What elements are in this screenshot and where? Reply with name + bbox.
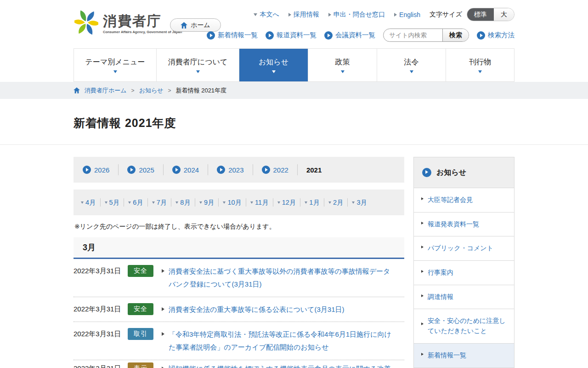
year-tabs: 2026 2025 2024 2023 2022 2 bbox=[74, 157, 404, 183]
press-materials-link[interactable]: 報道資料一覧 bbox=[266, 31, 317, 40]
chevron-down-icon bbox=[328, 201, 331, 204]
month-7-link[interactable]: 7月 bbox=[152, 198, 167, 207]
nav-laws[interactable]: 法令 bbox=[377, 49, 446, 81]
font-size-large-button[interactable]: 大 bbox=[494, 8, 514, 21]
english-link[interactable]: English bbox=[394, 11, 420, 18]
breadcrumb-news-link[interactable]: お知らせ bbox=[139, 86, 164, 95]
agency-name-english: Consumer Affairs Agency, Government of J… bbox=[103, 30, 182, 34]
month-section-header: 3月 bbox=[74, 237, 404, 259]
divider bbox=[300, 198, 300, 207]
month-12-link[interactable]: 12月 bbox=[277, 198, 296, 207]
breadcrumb-home-link[interactable]: 消費者庁ホーム bbox=[85, 86, 127, 95]
news-row: 2022年3月31日 取引 「令和3年特定商取引法・預託法等改正に係る令和4年6… bbox=[74, 322, 404, 360]
play-circle-icon bbox=[324, 31, 333, 40]
divider bbox=[195, 198, 195, 207]
month-4-link[interactable]: 4月 bbox=[81, 198, 96, 207]
year-2025-link[interactable]: 2025 bbox=[127, 166, 154, 174]
chevron-down-icon bbox=[152, 201, 155, 204]
divider bbox=[246, 198, 246, 207]
month-11-link[interactable]: 11月 bbox=[250, 198, 269, 207]
news-link[interactable]: 消費者安全法の重大事故等に係る公表について(3月31日) bbox=[169, 303, 344, 316]
chevron-right-icon bbox=[162, 332, 164, 336]
breadcrumb-separator: > bbox=[168, 87, 171, 94]
divider bbox=[163, 164, 164, 175]
news-link[interactable]: 消費者安全法に基づく重大事故等以外の消費者事故等の事故情報データバンク登録につい… bbox=[169, 265, 391, 291]
category-badge: 取引 bbox=[128, 328, 153, 340]
month-9-link[interactable]: 9月 bbox=[199, 198, 215, 207]
news-link[interactable]: 認知機能に係る機能性を標ぼうする機能性表示食品の表示に関する改善指導 bbox=[169, 362, 391, 368]
play-circle-icon bbox=[422, 168, 431, 177]
chevron-down-icon bbox=[250, 201, 253, 204]
divider bbox=[171, 198, 171, 207]
chevron-right-icon bbox=[421, 353, 424, 356]
sidebar: お知らせ 大臣等記者会見 報道発表資料一覧 パブリック・コメント 行事案内 bbox=[413, 157, 514, 368]
meeting-materials-link[interactable]: 会議資料一覧 bbox=[324, 31, 375, 40]
divider bbox=[297, 164, 298, 175]
divider bbox=[218, 198, 219, 207]
chevron-down-icon bbox=[175, 201, 178, 204]
news-row: 2022年3月31日 安全 消費者安全法に基づく重大事故等以外の消費者事故等の事… bbox=[74, 259, 404, 297]
year-2023-link[interactable]: 2023 bbox=[217, 166, 243, 174]
font-size-standard-button[interactable]: 標準 bbox=[467, 8, 494, 21]
month-3-link[interactable]: 3月 bbox=[352, 198, 367, 207]
month-tabs: 4月 5月 6月 7月 8月 9月 10月 11月 12月 1月 2月 3月 bbox=[74, 190, 404, 215]
recruit-link[interactable]: 採用情報 bbox=[288, 11, 319, 19]
divider bbox=[347, 198, 348, 207]
main-column: 2026 2025 2024 2023 2022 2 bbox=[74, 157, 404, 368]
chevron-down-icon bbox=[128, 201, 131, 204]
skip-to-content-link[interactable]: 本文へ bbox=[254, 11, 279, 19]
chevron-right-icon bbox=[394, 13, 397, 17]
agency-logo[interactable]: 消費者庁 Consumer Affairs Agency, Government… bbox=[74, 10, 182, 37]
global-nav: テーマ別メニュー 消費者庁について お知らせ 政策 法令 刊行物 bbox=[0, 48, 588, 82]
year-2022-link[interactable]: 2022 bbox=[262, 166, 288, 174]
search-help-link[interactable]: 検索方法 bbox=[477, 31, 514, 40]
chevron-down-icon bbox=[196, 70, 200, 73]
new-info-list-link[interactable]: 新着情報一覧 bbox=[207, 31, 258, 40]
chevron-right-icon bbox=[421, 222, 424, 224]
category-badge: 安全 bbox=[128, 303, 153, 315]
month-5-link[interactable]: 5月 bbox=[105, 198, 120, 207]
search-button[interactable]: 検索 bbox=[442, 29, 469, 41]
sidebar-item-public-comment[interactable]: パブリック・コメント bbox=[414, 236, 514, 261]
chevron-right-icon bbox=[421, 197, 424, 200]
news-link[interactable]: 「令和3年特定商取引法・預託法等改正に係る令和4年6月1日施行に向けた事業者説明… bbox=[169, 328, 391, 354]
home-icon bbox=[74, 87, 80, 93]
sidebar-header: お知らせ bbox=[414, 157, 514, 188]
search-input[interactable] bbox=[384, 32, 442, 39]
nav-about[interactable]: 消費者庁について bbox=[156, 49, 239, 81]
play-circle-icon bbox=[207, 31, 215, 40]
sidebar-item-press-releases[interactable]: 報道発表資料一覧 bbox=[414, 213, 514, 237]
month-2-link[interactable]: 2月 bbox=[328, 198, 344, 207]
sidebar-item-procurement[interactable]: 調達情報 bbox=[414, 285, 514, 310]
chevron-down-icon bbox=[199, 201, 202, 204]
chevron-down-icon bbox=[223, 201, 226, 204]
divider bbox=[100, 198, 101, 207]
sidebar-item-new-info[interactable]: 新着情報一覧 bbox=[414, 344, 514, 368]
year-2024-link[interactable]: 2024 bbox=[172, 166, 199, 174]
contact-link[interactable]: 申出・問合せ窓口 bbox=[328, 11, 385, 19]
page-title: 新着情報 2021年度 bbox=[74, 99, 514, 131]
month-8-link[interactable]: 8月 bbox=[175, 198, 191, 207]
utility-nav: 本文へ 採用情報 申出・問合せ窓口 English 文字サイズ 標準 大 bbox=[254, 8, 514, 21]
sidebar-item-events[interactable]: 行事案内 bbox=[414, 261, 514, 285]
month-6-link[interactable]: 6月 bbox=[128, 198, 143, 207]
news-list: 2022年3月31日 安全 消費者安全法に基づく重大事故等以外の消費者事故等の事… bbox=[74, 259, 404, 368]
chevron-down-icon bbox=[254, 13, 257, 16]
sidebar-item-press-conference[interactable]: 大臣等記者会見 bbox=[414, 188, 514, 213]
nav-publications[interactable]: 刊行物 bbox=[446, 49, 514, 81]
chevron-down-icon bbox=[410, 70, 413, 73]
divider bbox=[273, 198, 273, 207]
nav-news[interactable]: お知らせ bbox=[239, 49, 308, 81]
font-size-label: 文字サイズ bbox=[430, 11, 462, 19]
play-circle-icon bbox=[262, 166, 270, 174]
sidebar-item-safety-caution[interactable]: 安全・安心のために注意していただきたいこと bbox=[414, 309, 514, 343]
chevron-right-icon bbox=[328, 13, 331, 17]
month-1-link[interactable]: 1月 bbox=[305, 198, 320, 207]
title-section: 新着情報 2021年度 bbox=[0, 99, 588, 145]
nav-policy[interactable]: 政策 bbox=[308, 49, 377, 81]
month-10-link[interactable]: 10月 bbox=[223, 198, 242, 207]
sidebar-title: お知らせ bbox=[436, 168, 466, 178]
chevron-down-icon bbox=[478, 70, 482, 73]
year-2026-link[interactable]: 2026 bbox=[83, 166, 109, 174]
nav-theme-menu[interactable]: テーマ別メニュー bbox=[74, 49, 156, 81]
